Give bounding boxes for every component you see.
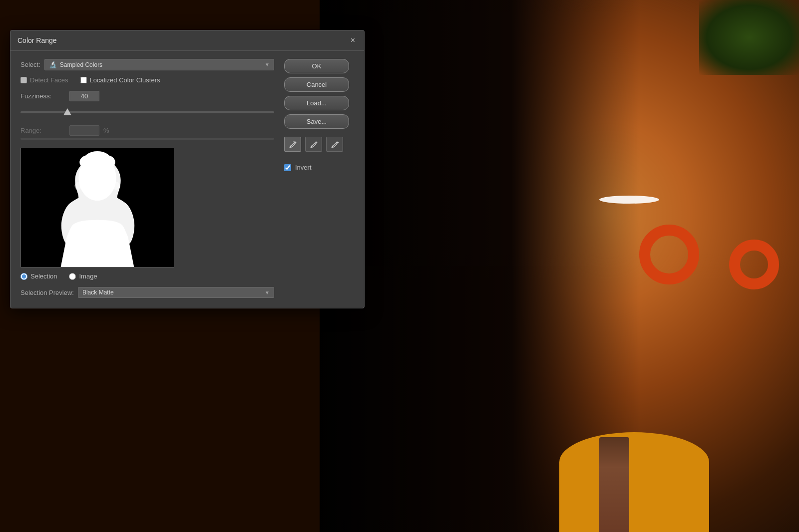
detect-faces-checkbox[interactable] bbox=[20, 77, 27, 83]
svg-point-6 bbox=[112, 182, 120, 190]
eyedropper-subtract-button[interactable]: − bbox=[326, 137, 343, 152]
radio-row: Selection Image bbox=[20, 272, 274, 280]
selection-preview-label: Selection Preview: bbox=[20, 289, 74, 296]
icecream bbox=[599, 437, 629, 532]
image-radio-item: Image bbox=[69, 272, 97, 280]
invert-row: Invert bbox=[284, 164, 354, 171]
eyedropper-button[interactable] bbox=[284, 137, 301, 152]
background-photo bbox=[320, 0, 799, 532]
load-button[interactable]: Load... bbox=[284, 96, 349, 110]
localized-clusters-checkbox[interactable] bbox=[80, 77, 87, 83]
fuzziness-label: Fuzziness: bbox=[20, 92, 65, 100]
earring-left bbox=[639, 225, 699, 284]
range-input[interactable] bbox=[69, 125, 99, 136]
selection-radio[interactable] bbox=[20, 273, 27, 280]
preview-dropdown-arrow-icon: ▼ bbox=[265, 290, 270, 295]
select-value: Sampled Colors bbox=[60, 61, 102, 68]
dropdown-arrow-icon: ▼ bbox=[265, 62, 270, 67]
image-radio[interactable] bbox=[69, 273, 76, 280]
selection-radio-item: Selection bbox=[20, 272, 57, 280]
smile bbox=[599, 196, 659, 204]
select-dropdown[interactable]: 🔬 Sampled Colors ▼ bbox=[44, 59, 274, 70]
dialog-body: Select: 🔬 Sampled Colors ▼ Detect Faces … bbox=[10, 51, 364, 308]
eyedropper-subtract-icon: − bbox=[330, 140, 339, 149]
fuzziness-slider-track bbox=[20, 111, 274, 113]
svg-text:−: − bbox=[336, 140, 339, 145]
selection-preview-value: Black Matte bbox=[82, 289, 114, 296]
svg-text:+: + bbox=[315, 141, 317, 145]
save-button[interactable]: Save... bbox=[284, 114, 349, 129]
dialog-title: Color Range bbox=[17, 36, 57, 44]
invert-label: Invert bbox=[295, 164, 312, 171]
ok-button[interactable]: OK bbox=[284, 59, 349, 73]
selection-preview-image bbox=[21, 148, 174, 267]
close-button[interactable]: × bbox=[349, 35, 357, 45]
select-label: Select: bbox=[20, 61, 40, 68]
earring-right bbox=[729, 240, 779, 289]
preview-container bbox=[20, 148, 174, 267]
fuzziness-row: Fuzziness: bbox=[20, 91, 274, 101]
image-radio-label: Image bbox=[79, 272, 97, 280]
eyedropper-add-button[interactable]: + bbox=[305, 137, 322, 152]
svg-point-5 bbox=[74, 182, 82, 190]
right-panel: OK Cancel Load... Save... + bbox=[274, 59, 354, 298]
eyedropper-add-icon: + bbox=[309, 140, 318, 149]
foliage bbox=[699, 0, 799, 75]
eyedropper-icon: 🔬 bbox=[49, 61, 57, 68]
invert-checkbox[interactable] bbox=[284, 164, 291, 171]
eyedropper-tools: + − bbox=[284, 137, 354, 152]
range-label: Range: bbox=[20, 127, 65, 134]
eyedropper-icon bbox=[288, 140, 297, 149]
selection-preview-row: Selection Preview: Black Matte ▼ bbox=[20, 287, 274, 298]
yellow-top bbox=[559, 432, 709, 532]
color-range-dialog: Color Range × Select: 🔬 Sampled Colors ▼… bbox=[10, 30, 365, 308]
localized-clusters-label: Localized Color Clusters bbox=[90, 76, 160, 84]
percent-label: % bbox=[103, 127, 109, 134]
fuzziness-slider-thumb[interactable] bbox=[63, 108, 71, 115]
fuzziness-slider-container bbox=[20, 104, 274, 119]
cancel-button[interactable]: Cancel bbox=[284, 77, 349, 92]
fuzziness-input[interactable] bbox=[69, 91, 99, 101]
range-row: Range: % bbox=[20, 125, 274, 136]
localized-clusters-item: Localized Color Clusters bbox=[80, 76, 160, 84]
detect-faces-label: Detect Faces bbox=[30, 76, 68, 84]
range-slider-track bbox=[20, 138, 274, 140]
checkboxes-row: Detect Faces Localized Color Clusters bbox=[20, 76, 274, 84]
dialog-title-bar: Color Range × bbox=[10, 30, 364, 51]
svg-point-3 bbox=[79, 155, 97, 169]
svg-point-4 bbox=[97, 155, 115, 169]
selection-radio-label: Selection bbox=[30, 272, 57, 280]
detect-faces-item: Detect Faces bbox=[20, 76, 68, 84]
selection-preview-dropdown[interactable]: Black Matte ▼ bbox=[78, 287, 274, 298]
left-panel: Select: 🔬 Sampled Colors ▼ Detect Faces … bbox=[20, 59, 274, 298]
select-row: Select: 🔬 Sampled Colors ▼ bbox=[20, 59, 274, 70]
